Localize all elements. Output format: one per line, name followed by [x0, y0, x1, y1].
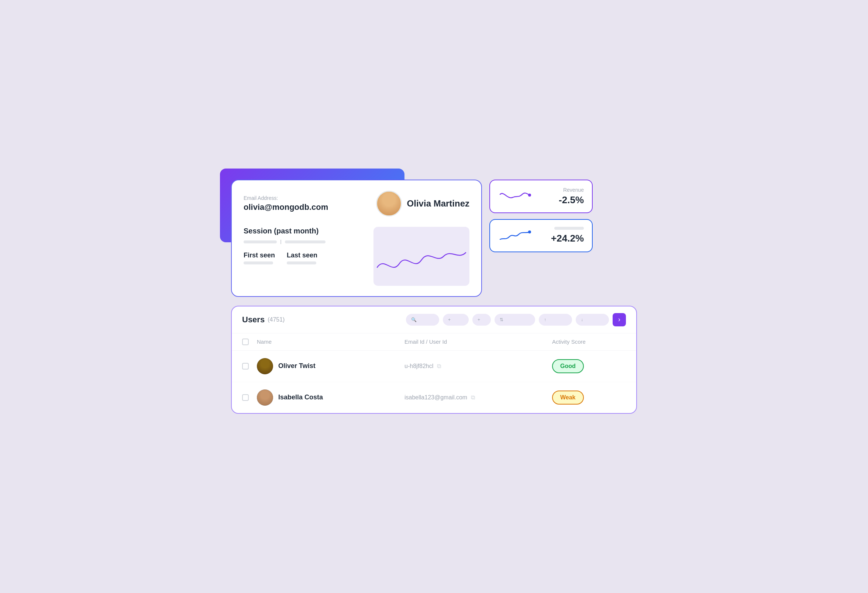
growth-card: +24.2%	[489, 219, 593, 252]
search-button[interactable]: 🔍	[406, 314, 439, 326]
header-actions: 🔍 + + ⇅ ↑ ↓ ›	[406, 313, 626, 327]
bar-separator	[280, 240, 281, 244]
checkbox[interactable]	[242, 394, 249, 401]
sort-icon: ⇅	[500, 317, 503, 322]
export-icon: ↑	[544, 317, 546, 322]
row-checkbox[interactable]	[242, 363, 257, 369]
revenue-label: Revenue	[537, 187, 584, 193]
user-name: Oliver Twist	[278, 362, 316, 370]
score-cell: Weak	[552, 390, 626, 405]
avatar-image	[377, 191, 401, 216]
email-column-header: Email Id / User Id	[404, 338, 552, 345]
table-row: Isabella Costa isabella123@gmail.com ⧉ W…	[232, 382, 636, 413]
growth-chart	[498, 227, 531, 245]
first-seen-value	[244, 262, 273, 265]
select-all-checkbox[interactable]	[242, 338, 257, 345]
add-button[interactable]: +	[472, 314, 491, 326]
isabella-avatar	[257, 390, 273, 406]
users-count: (4751)	[267, 316, 285, 323]
revenue-value: -2.5%	[537, 194, 584, 206]
last-seen: Last seen	[287, 252, 317, 265]
filter-button[interactable]: +	[443, 314, 469, 326]
bar-1	[244, 240, 277, 243]
session-info: Session (past month) First seen Last see…	[244, 227, 366, 269]
chart-svg	[373, 227, 469, 286]
revenue-info: Revenue -2.5%	[537, 187, 584, 206]
avatar	[376, 191, 402, 216]
sort-button[interactable]: ⇅	[495, 314, 535, 326]
revenue-card: Revenue -2.5%	[489, 180, 593, 213]
users-title: Users (4751)	[242, 315, 285, 325]
user-cell: Oliver Twist	[257, 358, 404, 374]
email-value: olivia@mongodb.com	[244, 203, 369, 212]
card-header: Email Address: olivia@mongodb.com Olivia…	[244, 191, 469, 216]
name-column-header: Name	[257, 338, 404, 345]
metric-cards: Revenue -2.5% +24.2%	[489, 180, 593, 297]
score-column-header: Activity Score	[552, 338, 626, 345]
title-text: Users	[242, 315, 264, 325]
checkbox[interactable]	[242, 338, 249, 345]
session-bars	[244, 240, 366, 244]
chevron-icon: ›	[618, 316, 620, 324]
bar-2	[285, 240, 326, 243]
users-header: Users (4751) 🔍 + + ⇅ ↑	[232, 306, 636, 333]
user-avatar-area: Olivia Martinez	[376, 191, 469, 216]
plus-icon: +	[448, 317, 450, 322]
add-icon: +	[478, 317, 480, 322]
revenue-chart	[498, 187, 531, 205]
user-cell: Isabella Costa	[257, 390, 404, 406]
card-body: Session (past month) First seen Last see…	[244, 227, 469, 286]
email-label: Email Address:	[244, 195, 369, 201]
user-name: Isabella Costa	[278, 393, 323, 401]
growth-bar	[554, 227, 584, 230]
row-checkbox[interactable]	[242, 394, 257, 401]
session-title: Session (past month)	[244, 227, 366, 235]
growth-info: +24.2%	[537, 227, 584, 244]
svg-point-1	[528, 231, 531, 234]
seen-labels: First seen Last seen	[244, 252, 366, 265]
main-container: Email Address: olivia@mongodb.com Olivia…	[231, 180, 637, 414]
user-info: Email Address: olivia@mongodb.com	[244, 195, 369, 212]
email-cell: isabella123@gmail.com ⧉	[404, 394, 552, 401]
export-button[interactable]: ↑	[539, 314, 572, 326]
avatar	[257, 390, 273, 406]
last-seen-label: Last seen	[287, 252, 317, 259]
last-seen-value	[287, 262, 316, 265]
svg-point-0	[528, 194, 531, 197]
sparkline-chart	[373, 227, 469, 286]
download-icon: ↓	[581, 317, 583, 322]
first-seen-label: First seen	[244, 252, 275, 259]
oliver-avatar	[257, 358, 273, 374]
score-badge: Good	[552, 359, 584, 373]
table-row: Oliver Twist u-h8jf82hcl ⧉ Good	[232, 351, 636, 382]
user-profile-card: Email Address: olivia@mongodb.com Olivia…	[231, 180, 482, 297]
first-seen: First seen	[244, 252, 275, 265]
score-badge: Weak	[552, 390, 584, 405]
copy-icon[interactable]: ⧉	[471, 394, 475, 401]
user-name: Olivia Martinez	[407, 199, 469, 209]
more-button[interactable]: ›	[613, 313, 626, 327]
copy-icon[interactable]: ⧉	[437, 363, 441, 369]
growth-value: +24.2%	[537, 233, 584, 244]
email-cell: u-h8jf82hcl ⧉	[404, 363, 552, 369]
checkbox[interactable]	[242, 363, 249, 369]
table-header: Name Email Id / User Id Activity Score	[232, 333, 636, 351]
email-value: isabella123@gmail.com	[404, 394, 467, 401]
avatar	[257, 358, 273, 374]
score-cell: Good	[552, 359, 626, 373]
download-button[interactable]: ↓	[576, 314, 609, 326]
top-section: Email Address: olivia@mongodb.com Olivia…	[231, 180, 637, 297]
email-value: u-h8jf82hcl	[404, 363, 433, 369]
users-section: Users (4751) 🔍 + + ⇅ ↑	[231, 306, 637, 414]
search-icon: 🔍	[411, 317, 417, 322]
